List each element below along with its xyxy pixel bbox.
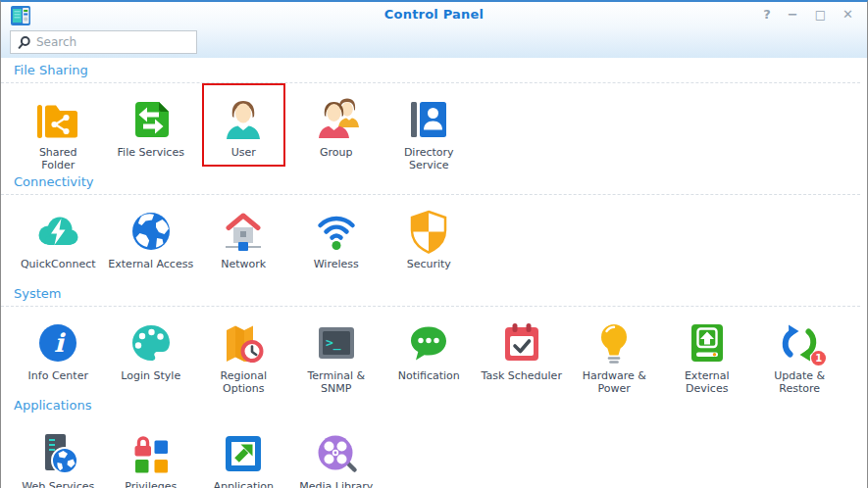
- item-label: Login Style: [121, 369, 180, 396]
- item-label: Shared Folder: [39, 146, 77, 172]
- control-panel-window: Control Panel ? − □ ✕ File Sharing: [0, 0, 868, 488]
- directory-service-icon: [405, 96, 452, 143]
- item-regional-options[interactable]: Regional Options: [197, 319, 290, 396]
- web-services-icon: [34, 430, 81, 477]
- application-portal-icon: [220, 430, 267, 477]
- item-hardware-power[interactable]: Hardware & Power: [568, 319, 661, 396]
- item-label: Notification: [398, 369, 460, 396]
- item-label: Privileges: [125, 480, 177, 488]
- item-external-devices[interactable]: External Devices: [661, 319, 754, 396]
- terminal-snmp-icon: >_: [313, 319, 360, 366]
- item-shared-folder[interactable]: Shared Folder: [12, 96, 105, 172]
- item-group[interactable]: Group: [290, 96, 383, 172]
- item-label: QuickConnect: [21, 258, 96, 284]
- section-title-system: System: [1, 284, 860, 307]
- item-label: Application Portal: [214, 480, 274, 488]
- item-info-center[interactable]: i Info Center: [12, 319, 105, 396]
- system-items: i Info Center: [1, 307, 867, 396]
- item-label: Group: [320, 146, 353, 172]
- titlebar: Control Panel ? − □ ✕: [1, 2, 867, 28]
- item-update-restore[interactable]: 1 Update & Restore: [753, 319, 846, 396]
- item-label: Info Center: [28, 369, 88, 396]
- item-label: Regional Options: [221, 369, 267, 396]
- item-label: Web Services: [22, 480, 94, 488]
- section-connectivity: Connectivity: [1, 172, 867, 284]
- external-access-icon: [128, 208, 175, 255]
- item-privileges[interactable]: Privileges: [105, 430, 198, 488]
- item-task-scheduler[interactable]: Task Scheduler: [476, 319, 569, 396]
- header-strip: Control Panel ? − □ ✕: [1, 2, 867, 58]
- item-directory-service[interactable]: Directory Service: [383, 96, 476, 172]
- item-wireless[interactable]: Wireless: [290, 208, 383, 284]
- regional-options-icon: [220, 319, 267, 366]
- help-icon[interactable]: ?: [763, 6, 771, 24]
- shared-folder-icon: [34, 96, 81, 143]
- search-box[interactable]: [10, 30, 197, 54]
- applications-items: Web Services Privileges: [1, 417, 867, 488]
- item-application-portal[interactable]: Application Portal: [197, 430, 290, 488]
- item-terminal-snmp[interactable]: >_ Terminal & SNMP: [290, 319, 383, 396]
- item-label: User: [231, 146, 256, 172]
- svg-text:>_: >_: [326, 335, 341, 351]
- item-file-services[interactable]: File Services: [105, 96, 198, 172]
- privileges-icon: [128, 430, 175, 477]
- item-external-access[interactable]: External Access: [105, 208, 198, 284]
- item-label: Update & Restore: [774, 369, 825, 396]
- search-icon: [18, 36, 30, 49]
- item-security[interactable]: Security: [383, 208, 476, 284]
- group-icon: [313, 96, 360, 143]
- task-scheduler-icon: [498, 319, 545, 366]
- item-label: Media Library: [299, 480, 373, 488]
- item-label: External Access: [108, 258, 193, 284]
- user-icon: [220, 96, 267, 143]
- section-title-connectivity: Connectivity: [1, 172, 860, 195]
- update-restore-icon: 1: [776, 319, 823, 366]
- item-label: Task Scheduler: [482, 369, 562, 396]
- security-icon: [405, 208, 452, 255]
- item-media-library[interactable]: Media Library: [290, 430, 383, 488]
- item-label: File Services: [118, 146, 184, 172]
- item-notification[interactable]: Notification: [383, 319, 476, 396]
- item-network[interactable]: Network: [197, 208, 290, 284]
- item-login-style[interactable]: Login Style: [105, 319, 198, 396]
- info-center-icon: i: [34, 319, 81, 366]
- close-icon[interactable]: ✕: [842, 6, 853, 24]
- notification-icon: [405, 319, 452, 366]
- item-label: Network: [221, 258, 266, 284]
- file-services-icon: [128, 96, 175, 143]
- wireless-icon: [313, 208, 360, 255]
- minimize-icon[interactable]: −: [788, 6, 798, 24]
- window-title: Control Panel: [1, 7, 867, 22]
- hardware-power-icon: [590, 319, 638, 366]
- item-quickconnect[interactable]: QuickConnect: [12, 208, 105, 284]
- network-icon: [220, 208, 267, 255]
- item-web-services[interactable]: Web Services: [12, 430, 105, 488]
- section-title-applications: Applications: [1, 396, 867, 417]
- section-title-file-sharing: File Sharing: [1, 58, 860, 83]
- item-user[interactable]: User: [197, 96, 290, 172]
- item-label: Hardware & Power: [583, 369, 646, 396]
- section-file-sharing: File Sharing: [1, 58, 867, 172]
- login-style-icon: [128, 319, 175, 366]
- section-system: System i Info Center: [1, 284, 867, 396]
- media-library-icon: [313, 430, 360, 477]
- maximize-icon[interactable]: □: [815, 6, 826, 24]
- external-devices-icon: [684, 319, 731, 366]
- update-count-badge: 1: [811, 351, 826, 366]
- item-label: External Devices: [685, 369, 730, 396]
- section-applications: Applications: [1, 396, 867, 488]
- search-input[interactable]: [36, 35, 189, 49]
- item-label: Security: [407, 258, 451, 284]
- item-label: Directory Service: [404, 146, 454, 172]
- file-sharing-items: Shared Folder File Services: [1, 83, 867, 172]
- quickconnect-icon: [34, 208, 81, 255]
- control-panel-content: File Sharing: [1, 58, 867, 488]
- item-label: Terminal & SNMP: [307, 369, 365, 396]
- connectivity-items: QuickConnect External Access: [1, 195, 867, 284]
- item-label: Wireless: [314, 258, 359, 284]
